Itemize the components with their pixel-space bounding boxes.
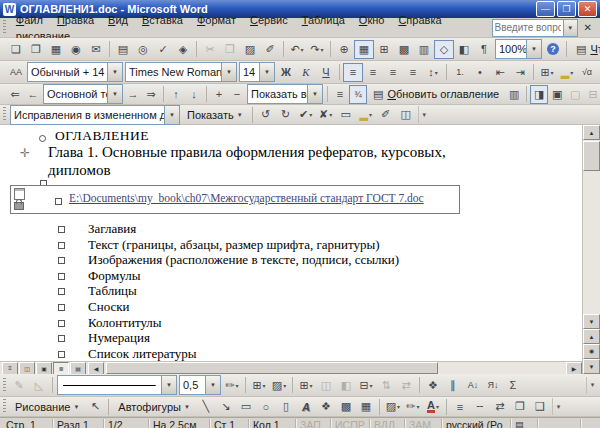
grip[interactable] (3, 399, 6, 414)
web-layout-view-button[interactable]: ◫ (19, 362, 35, 375)
menu-grip[interactable] (3, 20, 6, 35)
document-chapter-line[interactable]: Глава 1. Основные правила оформления реф… (48, 143, 468, 179)
reject-change-icon[interactable]: ✘▾ (316, 105, 336, 124)
arrow-icon[interactable]: ↘ (216, 397, 236, 416)
columns-icon[interactable]: ▥ (414, 40, 434, 59)
select-objects-icon[interactable]: ↖ (85, 397, 105, 416)
table-autoformat-icon[interactable]: ❖ (423, 376, 443, 395)
grip[interactable] (3, 107, 6, 122)
previous-page-icon[interactable]: ▲ (583, 329, 600, 344)
scroll-right-icon[interactable]: ▶ (566, 362, 582, 375)
scroll-down-icon[interactable]: ▼ (583, 314, 600, 329)
promote-icon[interactable]: ← (24, 85, 42, 104)
outline-level-combo[interactable]: Основной тек▼ (43, 84, 123, 104)
format-painter-icon[interactable]: ✐ (260, 40, 280, 59)
merge-cells-icon[interactable]: ◫ (316, 376, 336, 395)
open-icon[interactable]: ❐ (26, 40, 46, 59)
list-item[interactable]: Колонтитулы (0, 315, 582, 331)
picture-icon[interactable]: ▦ (356, 397, 376, 416)
horizontal-scroll-thumb[interactable] (106, 362, 438, 374)
underline-icon[interactable]: Ч (316, 63, 336, 82)
highlight-review-icon[interactable]: ▂▾ (356, 105, 376, 124)
question-dropdown-icon[interactable]: ▼ (563, 20, 577, 36)
vertical-scrollbar[interactable]: ▲ ▼ ▲ ◉ ▼ (582, 125, 600, 374)
master-document-view-icon[interactable]: ◨ (530, 85, 548, 104)
vertical-scroll-thumb[interactable] (583, 141, 600, 171)
highlight-icon[interactable]: ▂▾ (557, 63, 577, 82)
help-icon[interactable]: ? (543, 40, 563, 59)
insert-table-menu-icon[interactable]: ⊞▾ (296, 376, 316, 395)
show-first-line-icon[interactable]: ≡ (331, 85, 349, 104)
outline-body-marker[interactable] (55, 195, 62, 207)
styles-formatting-icon[interactable]: АА (6, 63, 26, 82)
drawing-menu-button[interactable]: Рисование▼ (9, 397, 85, 417)
italic-icon[interactable]: К (296, 63, 316, 82)
create-subdocument-icon[interactable]: ▢ (566, 85, 584, 104)
menu-view[interactable]: Вид (101, 12, 135, 28)
menu-file[interactable]: Файл (9, 12, 50, 28)
equation-icon[interactable]: √α (577, 63, 597, 82)
tables-borders-icon[interactable]: ▦ (354, 40, 374, 59)
font-color-drawing-icon[interactable]: А▾ (423, 397, 443, 416)
print-preview-icon[interactable]: ◎ (133, 40, 153, 59)
reviewing-pane-icon[interactable]: ◫ (396, 105, 416, 124)
menu-help[interactable]: Справка (391, 12, 448, 28)
remove-subdocument-icon[interactable]: ⊟ (584, 85, 600, 104)
distribute-rows-icon[interactable]: ⇅ (376, 376, 396, 395)
menu-edit[interactable]: Правка (50, 12, 101, 28)
rectangle-icon[interactable]: ▭ (236, 397, 256, 416)
show-menu-button[interactable]: Показать▼ (181, 105, 249, 125)
outside-border-icon[interactable]: ⊞▾ (249, 376, 269, 395)
new-document-icon[interactable]: ❏ (6, 40, 26, 59)
font-combo[interactable]: Times New Roman▼ (125, 62, 237, 82)
next-page-icon[interactable]: ▼ (583, 359, 600, 374)
copy-icon[interactable]: ❒ (220, 40, 240, 59)
research-icon[interactable]: ◈ (173, 40, 193, 59)
shadow-icon[interactable]: ❐ (510, 397, 530, 416)
minimize-button[interactable]: — (536, 1, 555, 17)
outline-body-marker[interactable] (39, 132, 46, 144)
text-direction-icon[interactable]: ∥ (443, 376, 463, 395)
decrease-indent-icon[interactable]: ⇤ (490, 63, 510, 82)
zoom-combo[interactable]: 100%▼ (495, 39, 542, 59)
line-color-icon[interactable]: ✏▾ (403, 397, 423, 416)
list-item[interactable]: Сноски (0, 299, 582, 315)
show-level-combo[interactable]: Показать все▼ (247, 84, 323, 104)
scroll-up-icon[interactable]: ▲ (583, 125, 600, 140)
undo-icon[interactable]: ↶▾ (287, 40, 307, 59)
menu-tools[interactable]: Сервис (243, 12, 295, 28)
scroll-left-icon[interactable]: ◀ (88, 362, 104, 375)
align-right-icon[interactable]: ≡ (383, 63, 403, 82)
question-input[interactable] (493, 22, 563, 33)
new-comment-icon[interactable]: ▭ (336, 105, 356, 124)
text-box-icon[interactable]: ▯ (276, 397, 296, 416)
email-icon[interactable]: ✉ (86, 40, 106, 59)
autosum-icon[interactable]: Σ (503, 376, 523, 395)
print-icon[interactable]: ▤ (113, 40, 133, 59)
demote-icon[interactable]: → (124, 85, 142, 104)
reading-view-button[interactable]: ▤ (70, 362, 86, 375)
align-center-icon[interactable]: ≡ (363, 63, 383, 82)
document-map-icon[interactable]: ◧ (454, 40, 474, 59)
collapse-subdocuments-icon[interactable]: ▣ (548, 85, 566, 104)
line-spacing-icon[interactable]: ↕▾ (423, 63, 443, 82)
menu-insert[interactable]: Вставка (135, 12, 190, 28)
show-hide-icon[interactable]: ¶ (474, 40, 494, 59)
sort-ascending-icon[interactable]: А↓ (463, 376, 483, 395)
threed-icon[interactable]: ❑ (530, 397, 550, 416)
numbering-icon[interactable]: 1. (450, 63, 470, 82)
paste-icon[interactable]: ▨ (240, 40, 260, 59)
tables-toolbar-options-icon[interactable]: ▾ (586, 377, 598, 394)
drawing-toolbar-options-icon[interactable]: ▾ (552, 398, 564, 415)
clipart-icon[interactable]: ▩ (336, 397, 356, 416)
dash-style-icon[interactable]: ╌ (470, 397, 490, 416)
diagram-icon[interactable]: ❖ (316, 397, 336, 416)
cell-align-icon[interactable]: ⊟▾ (356, 376, 376, 395)
list-item[interactable]: Заглавия (0, 221, 582, 237)
line-style-icon[interactable]: ≡ (450, 397, 470, 416)
draw-table-icon[interactable]: ✎ (9, 376, 29, 395)
drawing-icon[interactable]: ◇ (434, 40, 454, 59)
eraser-icon[interactable]: ◺ (29, 376, 49, 395)
shading-color-icon[interactable]: ▨▾ (269, 376, 289, 395)
line-style-combo[interactable]: ———————▼ (57, 375, 177, 395)
